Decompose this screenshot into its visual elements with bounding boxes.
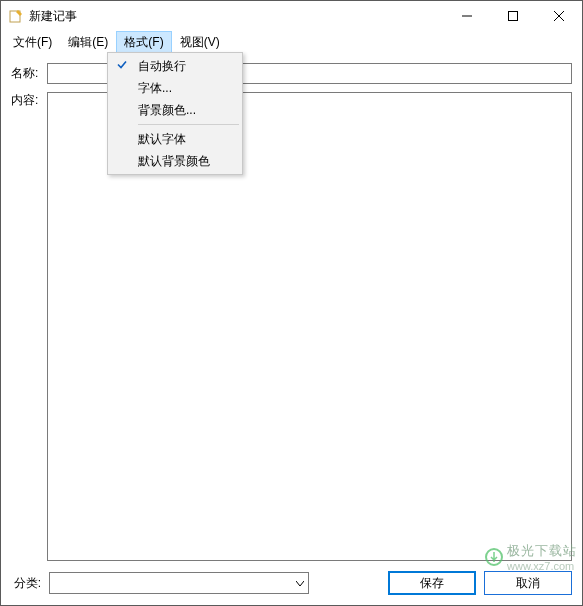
minimize-button[interactable]: [444, 1, 490, 31]
menuitem-font[interactable]: 字体...: [110, 77, 240, 99]
content-row: 内容:: [11, 92, 572, 561]
app-icon: [9, 9, 23, 23]
menuitem-label: 自动换行: [138, 58, 186, 75]
format-dropdown: 自动换行 字体... 背景颜色... 默认字体 默认背景颜色: [107, 52, 243, 175]
menuitem-label: 背景颜色...: [138, 102, 196, 119]
menubar: 文件(F) 编辑(E) 格式(F) 视图(V): [1, 31, 582, 53]
maximize-button[interactable]: [490, 1, 536, 31]
menuitem-label: 字体...: [138, 80, 172, 97]
menu-view[interactable]: 视图(V): [172, 31, 228, 53]
category-select[interactable]: [49, 572, 309, 594]
menu-format[interactable]: 格式(F): [116, 31, 171, 53]
menuitem-label: 默认字体: [138, 131, 186, 148]
chevron-down-icon: [296, 576, 304, 590]
name-row: 名称:: [11, 63, 572, 84]
menu-edit[interactable]: 编辑(E): [60, 31, 116, 53]
category-label: 分类:: [11, 575, 41, 592]
window-title: 新建记事: [29, 8, 444, 25]
menuitem-label: 默认背景颜色: [138, 153, 210, 170]
form-area: 名称: 内容:: [1, 53, 582, 561]
menuitem-default-font[interactable]: 默认字体: [110, 128, 240, 150]
app-window: 新建记事 文件(F) 编辑(E) 格式(F) 视图(V) 名称: 内容: 分类:…: [0, 0, 583, 606]
name-label: 名称:: [11, 63, 41, 82]
menuitem-wordwrap[interactable]: 自动换行: [110, 55, 240, 77]
check-icon: [116, 59, 128, 74]
svg-rect-2: [509, 12, 518, 21]
titlebar: 新建记事: [1, 1, 582, 31]
menuitem-default-bgcolor[interactable]: 默认背景颜色: [110, 150, 240, 172]
menu-file[interactable]: 文件(F): [5, 31, 60, 53]
menuitem-bgcolor[interactable]: 背景颜色...: [110, 99, 240, 121]
menu-separator: [138, 124, 239, 125]
save-button[interactable]: 保存: [388, 571, 476, 595]
bottom-row: 分类: 保存 取消: [1, 561, 582, 605]
content-label: 内容:: [11, 92, 41, 561]
window-controls: [444, 1, 582, 31]
close-button[interactable]: [536, 1, 582, 31]
cancel-button[interactable]: 取消: [484, 571, 572, 595]
